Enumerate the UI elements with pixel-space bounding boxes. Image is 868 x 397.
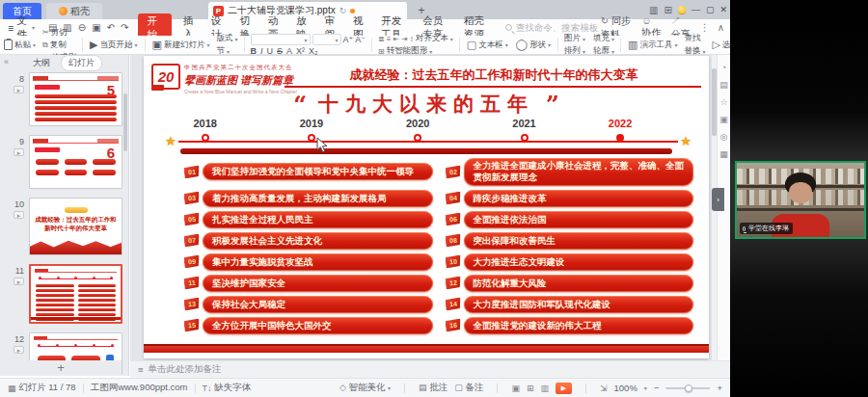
decrease-indent-icon[interactable]: ⇤ xyxy=(393,35,399,43)
paste-button[interactable]: 粘贴 ▾ xyxy=(0,40,40,51)
achievement-item[interactable]: 15全方位开展中国特色大国外交 xyxy=(184,317,433,334)
print-preview-icon[interactable]: ▣ xyxy=(92,22,100,33)
slide-sorter-view-icon[interactable]: ⊞ xyxy=(527,384,534,393)
fill-button[interactable]: 填充▾ xyxy=(593,33,614,44)
task-pane-icon[interactable]: ☆ xyxy=(719,97,727,107)
timeline-node[interactable]: 2021 xyxy=(496,118,554,142)
cut-button[interactable]: ✂剪切 xyxy=(42,27,76,39)
find-button[interactable]: 查找 xyxy=(685,33,706,44)
increase-indent-icon[interactable]: ⇥ xyxy=(401,35,408,43)
flag-number-badge: 13 xyxy=(184,298,201,311)
undo-icon[interactable]: ↶ xyxy=(107,22,115,33)
zoom-out-button[interactable]: − xyxy=(654,383,660,393)
achievement-item[interactable]: 09集中力量实施脱贫攻坚战 xyxy=(184,253,433,271)
numbering-icon[interactable]: ≡ xyxy=(387,35,392,43)
zoom-in-button[interactable]: + xyxy=(717,383,722,393)
missing-font-label[interactable]: 缺失字体 xyxy=(214,382,251,394)
achievement-item[interactable]: 03着力推动高质量发展，主动构建新发展格局 xyxy=(184,190,433,207)
zoom-slider-knob[interactable] xyxy=(685,384,692,392)
align-text-button[interactable]: 对齐文本 xyxy=(416,33,448,44)
maximize-button[interactable]: ▢ xyxy=(706,5,715,14)
increase-font-icon[interactable]: A⁺ xyxy=(343,35,354,44)
congress-20-logo: 20 xyxy=(151,64,180,90)
timeline-node[interactable]: 2020 xyxy=(389,118,447,142)
achievement-text: 大力度推进国防和军队现代化建设 xyxy=(474,299,611,310)
line-spacing-icon[interactable]: ↕ xyxy=(410,35,414,43)
achievement-item[interactable]: 10大力推进生态文明建设 xyxy=(446,253,694,271)
textbox-button[interactable]: ▢ 文本框 ▾ xyxy=(463,39,512,51)
achievement-item[interactable]: 07积极发展社会主义先进文化 xyxy=(184,232,433,250)
timeline-node[interactable]: 2018 xyxy=(176,118,234,142)
slide-thumbnail-row: 10▸成就经验：过去五年的工作和新时代十年的伟大变革 xyxy=(0,198,122,255)
add-slide-button[interactable]: + xyxy=(0,360,122,375)
achievement-item[interactable]: 04蹄疾步稳推进改革 xyxy=(446,190,694,207)
slide-thumbnail[interactable]: 成就经验：过去五年的工作和新时代十年的伟大变革 xyxy=(29,198,122,255)
tab-outline[interactable]: 大纲 xyxy=(26,56,57,70)
picture-button[interactable]: 图片▾ xyxy=(564,33,585,44)
slide-thumbnail[interactable]: 6 xyxy=(29,135,122,189)
font-size-select[interactable]: ▾ xyxy=(312,34,341,45)
zoom-level[interactable]: 100% xyxy=(614,383,637,393)
slideshow-play-button[interactable]: ▶ xyxy=(556,383,572,394)
reading-view-icon[interactable]: ▥ xyxy=(540,384,549,393)
beautify-button[interactable]: ◇ 智能美化 ▾ xyxy=(339,382,391,394)
font-name-select[interactable]: ▾ xyxy=(251,34,311,45)
normal-view-icon[interactable]: ▣ xyxy=(511,384,520,393)
quote-text: 十九大以来的五年 xyxy=(318,92,534,116)
timeline-node[interactable]: 2019 xyxy=(283,118,340,142)
slide-thumbnail[interactable]: 5 xyxy=(29,72,122,126)
timeline-node[interactable]: 2022 xyxy=(591,118,649,142)
more-options-icon[interactable]: ⋮ xyxy=(700,22,710,33)
copy-button[interactable]: ⧉复制 xyxy=(42,40,76,51)
minimize-button[interactable]: — xyxy=(692,5,700,14)
redo-icon[interactable]: ↷ xyxy=(121,22,128,33)
docer-tab[interactable]: 稻壳 xyxy=(46,3,102,19)
decrease-font-icon[interactable]: A⁻ xyxy=(355,35,366,44)
transition-preview-icon[interactable]: ▸ xyxy=(14,346,24,354)
achievement-item[interactable]: 12防范化解重大风险 xyxy=(446,275,694,292)
person-icon: ☺ xyxy=(641,15,651,26)
achievement-item[interactable]: 13保持社会大局稳定 xyxy=(184,296,433,313)
achievement-item[interactable]: 01我们坚持加强党的全面领导和党中央集中统一领导 xyxy=(184,163,433,180)
close-button[interactable]: ✕ xyxy=(719,5,727,14)
task-pane-icon[interactable]: ▦ xyxy=(719,149,728,159)
presentation-tools-button[interactable]: ▥ 演示工具 ▾ xyxy=(624,39,681,51)
tab-slides[interactable]: 幻灯片 xyxy=(61,55,102,71)
transition-preview-icon[interactable]: ▸ xyxy=(14,278,24,285)
play-from-current-button[interactable]: ▶ 当页开始 ▾ xyxy=(86,39,141,51)
achievement-item[interactable]: 06全面推进依法治国 xyxy=(446,211,694,228)
fit-window-icon[interactable]: ⇲ xyxy=(600,384,608,393)
chevron-down-icon: ▾ xyxy=(234,36,237,42)
task-pane-icon[interactable]: ▣ xyxy=(719,115,728,124)
task-pane-icon[interactable]: ▤ xyxy=(719,80,728,90)
transition-preview-icon[interactable]: ▸ xyxy=(14,211,24,219)
achievement-item[interactable]: 08突出保障和改善民生 xyxy=(446,232,694,250)
current-slide[interactable]: 20 中国共产党第二十次全国代表大会 擘画新蓝图 谱写新篇章 Create a … xyxy=(144,56,709,358)
slide-thumbnail[interactable] xyxy=(29,264,122,324)
transition-preview-icon[interactable]: ▸ xyxy=(14,86,24,93)
collapse-panel-icon[interactable]: « xyxy=(4,57,9,66)
new-slide-button[interactable]: ▣ 新建幻灯片 ▾ xyxy=(149,39,214,51)
tips-lightbulb-icon[interactable] xyxy=(678,6,686,13)
command-search[interactable] xyxy=(505,22,601,33)
layout-button[interactable]: 版式▾ xyxy=(216,33,237,44)
task-pane-icon[interactable]: ◔ xyxy=(721,63,726,72)
search-input[interactable] xyxy=(516,22,601,33)
transition-preview-icon[interactable]: ▸ xyxy=(14,148,24,156)
task-pane-icon[interactable]: ◎ xyxy=(720,132,728,142)
collapse-ribbon-icon[interactable]: ∧ xyxy=(718,22,724,33)
shape-button[interactable]: ◯ 形状 ▾ xyxy=(512,39,555,51)
achievement-item[interactable]: 11坚决维护国家安全 xyxy=(184,275,433,292)
achievement-item[interactable]: 02全力推进全面建成小康社会进程，完整、准确、全面贯彻新发展理念 xyxy=(446,158,694,186)
notes-bar[interactable]: ≡ 单击此处添加备注 xyxy=(130,360,730,378)
note-toggle[interactable]: ▢ 备注 xyxy=(454,382,483,394)
zoom-slider[interactable] xyxy=(665,387,710,389)
bullets-icon[interactable]: ≣ xyxy=(378,35,385,43)
panel-scrollbar[interactable] xyxy=(123,93,127,151)
webcam-video-window[interactable]: 学堂在线李琳 xyxy=(735,161,866,239)
comment-toggle[interactable]: ▤ 批注 xyxy=(419,382,448,394)
achievement-item[interactable]: 16全面推进党的建设新的伟大工程 xyxy=(446,317,694,334)
expand-pane-tab[interactable]: › xyxy=(712,188,724,211)
achievement-item[interactable]: 14大力度推进国防和军队现代化建设 xyxy=(446,296,694,313)
achievement-item[interactable]: 05扎实推进全过程人民民主 xyxy=(184,211,433,228)
